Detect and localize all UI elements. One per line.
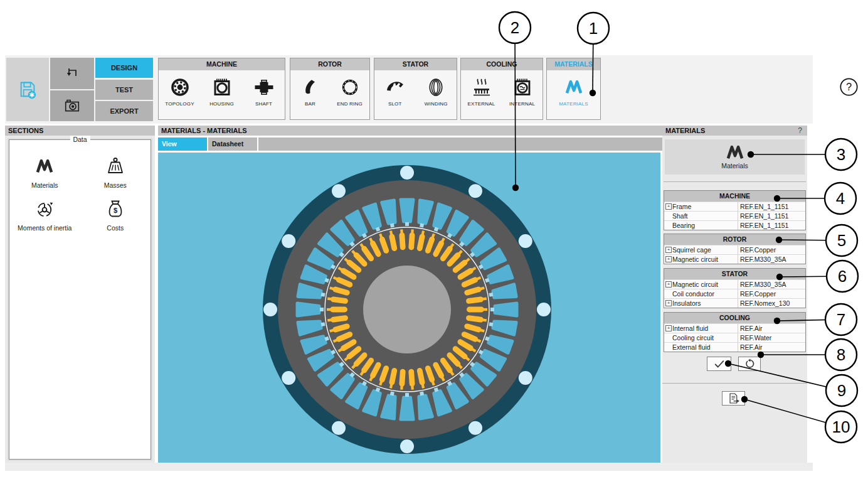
frame-bolt-hole <box>332 421 346 435</box>
row-label-cell[interactable]: Internal fluid <box>664 324 738 333</box>
toolbar-item-slot[interactable]: SLOT <box>376 77 415 107</box>
expand-icon[interactable] <box>665 203 672 210</box>
expand-icon[interactable] <box>665 256 672 262</box>
toolbar-item-end-ring[interactable]: END RING <box>331 77 369 107</box>
row-value: REF.M330_35A <box>740 256 786 264</box>
row-label-cell[interactable]: Shaft <box>664 212 738 220</box>
tab-test[interactable]: TEST <box>95 80 153 100</box>
load-button[interactable] <box>50 58 94 89</box>
row-label-cell[interactable]: Coil conductor <box>664 289 738 298</box>
materials-table-cooling: COOLINGInternal fluidREF.AirCooling circ… <box>664 312 806 352</box>
table-row: Magnetic circuitREF.M330_35A <box>664 254 805 264</box>
cooling-internal-icon <box>512 77 532 98</box>
row-value-cell[interactable]: REF.EN_1_1151 <box>738 221 805 230</box>
frame-bolt-hole <box>519 234 532 248</box>
slot-opening <box>321 322 326 326</box>
svg-text:$: $ <box>114 207 117 214</box>
row-value: REF.Nomex_130 <box>740 299 790 308</box>
toolbar-item-external[interactable]: EXTERNAL <box>462 77 501 107</box>
help-button[interactable]: ? <box>839 77 859 97</box>
row-value: REF.M330_35A <box>740 281 786 289</box>
toolbar-item-materials[interactable]: MATERIALS <box>554 77 593 107</box>
toolbar-item-label: WINDING <box>425 101 448 107</box>
apply-button[interactable] <box>707 357 731 371</box>
table-row: Magnetic circuitREF.M330_35A <box>664 279 805 289</box>
row-label: Frame <box>672 203 691 211</box>
panel-help-button[interactable]: ? <box>798 126 802 136</box>
row-label-cell[interactable]: Insulators <box>664 299 738 308</box>
row-value-cell[interactable]: REF.Copper <box>738 245 805 254</box>
sections-panel: SECTIONS Data MaterialsMassesMoments of … <box>5 126 155 463</box>
toolbar-item-shaft[interactable]: SHAFT <box>245 77 283 107</box>
row-value-cell[interactable]: REF.EN_1_1151 <box>738 212 805 220</box>
inertia-icon <box>34 198 55 220</box>
toolbar-item-housing[interactable]: HOUSING <box>203 77 241 107</box>
toolbar-item-topology[interactable]: TOPOLOGY <box>161 77 199 107</box>
selected-section-box: Materials <box>665 139 805 175</box>
tab-export[interactable]: EXPORT <box>95 101 153 121</box>
save-button[interactable] <box>6 58 49 121</box>
sidebar-item-costs[interactable]: $Costs <box>80 198 151 232</box>
row-label-cell[interactable]: Magnetic circuit <box>664 255 738 264</box>
restore-button[interactable] <box>738 357 761 371</box>
row-value-cell[interactable]: REF.Copper <box>738 289 805 298</box>
selected-section-label: Materials <box>721 162 748 170</box>
callout-number: 4 <box>836 189 845 208</box>
stator-slot <box>297 303 319 316</box>
row-label-cell[interactable]: Cooling circuit <box>664 333 738 342</box>
expand-icon[interactable] <box>665 300 672 306</box>
expand-icon[interactable] <box>665 247 672 253</box>
row-value-cell[interactable]: REF.EN_1_1151 <box>738 202 805 211</box>
callout-number: 9 <box>837 381 846 400</box>
row-label: Magnetic circuit <box>672 256 718 264</box>
row-value-cell[interactable]: REF.Air <box>738 343 805 352</box>
toolbar-item-internal[interactable]: INTERNAL <box>503 77 542 107</box>
table-row: Squirrel cageREF.Copper <box>664 245 805 254</box>
row-label-cell[interactable]: Magnetic circuit <box>664 280 738 289</box>
row-value: REF.EN_1_1151 <box>740 212 788 220</box>
toolbar-group-title: MACHINE <box>159 58 285 70</box>
row-value: REF.EN_1_1151 <box>740 203 788 211</box>
return-arrow-icon <box>64 66 80 81</box>
toolbar-group-machine: MACHINETOPOLOGYHOUSINGSHAFT <box>158 58 285 120</box>
callout-circle <box>826 375 857 406</box>
expand-icon[interactable] <box>665 281 672 288</box>
sidebar-item-materials[interactable]: Materials <box>9 155 80 189</box>
row-label: External fluid <box>672 343 711 352</box>
tab-design[interactable]: DESIGN <box>95 58 153 78</box>
frame-bolt-hole <box>332 184 346 198</box>
toolbar-item-bar[interactable]: BAR <box>291 77 330 107</box>
callout-circle <box>578 13 609 44</box>
slot-opening <box>405 222 409 226</box>
shaft <box>363 266 451 353</box>
row-value-cell[interactable]: REF.Water <box>738 333 805 342</box>
sidebar-item-masses[interactable]: Masses <box>80 155 151 189</box>
slot-opening <box>489 293 493 297</box>
sidebar-item-moments-of-inertia[interactable]: Moments of inertia <box>9 198 80 232</box>
camera-icon <box>63 97 81 114</box>
callout-circle <box>825 339 857 370</box>
row-value-cell[interactable]: REF.Nomex_130 <box>738 299 805 308</box>
toolbar-item-winding[interactable]: WINDING <box>416 77 455 107</box>
winding-icon <box>426 77 445 98</box>
slot-opening <box>490 308 494 311</box>
row-value-cell[interactable]: REF.Air <box>738 324 805 333</box>
row-label-cell[interactable]: Bearing <box>664 221 738 230</box>
materials-cyan-icon <box>564 77 583 98</box>
row-value-cell[interactable]: REF.M330_35A <box>738 280 805 289</box>
expand-icon[interactable] <box>665 325 672 331</box>
tab-datasheet[interactable]: Datasheet <box>208 137 257 151</box>
bar-icon <box>301 77 320 98</box>
row-value-cell[interactable]: REF.M330_35A <box>738 255 805 264</box>
materials-dark-icon <box>35 155 54 178</box>
snapshot-button[interactable] <box>50 90 94 122</box>
row-label-cell[interactable]: External fluid <box>664 343 738 352</box>
row-label: Magnetic circuit <box>672 281 718 289</box>
table-row: External fluidREF.Air <box>664 342 805 352</box>
row-label-cell[interactable]: Squirrel cage <box>664 245 738 254</box>
toolbar-group-title: MATERIALS <box>547 58 600 70</box>
row-label-cell[interactable]: Frame <box>664 202 738 211</box>
motor-viewport[interactable] <box>158 153 660 463</box>
tab-view[interactable]: View <box>158 137 207 151</box>
export-button[interactable] <box>722 391 745 406</box>
